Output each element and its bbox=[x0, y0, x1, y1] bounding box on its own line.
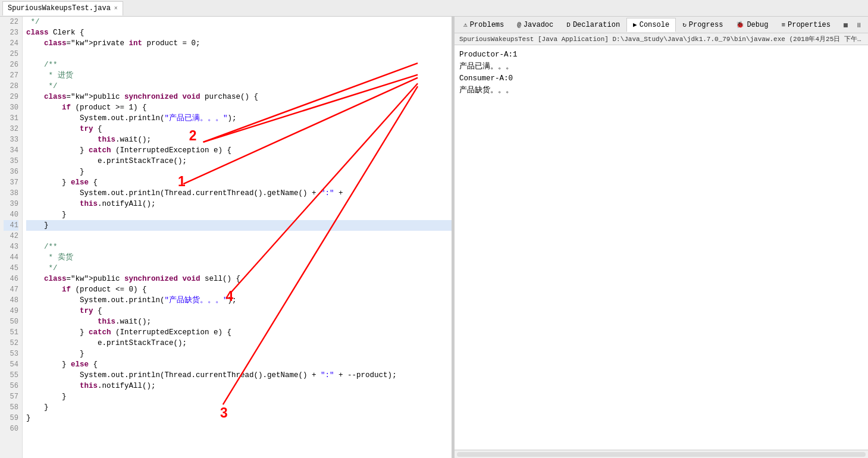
right-tab-progress[interactable]: ↻Progress bbox=[676, 18, 729, 32]
line-number: 26 bbox=[4, 59, 18, 70]
line-number: 23 bbox=[4, 27, 18, 38]
code-line[interactable]: this.wait(); bbox=[26, 134, 452, 145]
code-line[interactable]: } bbox=[26, 413, 452, 424]
code-line[interactable]: try { bbox=[26, 306, 452, 316]
code-line[interactable]: System.out.println("产品缺货。。。"); bbox=[26, 295, 452, 306]
code-line[interactable]: try { bbox=[26, 124, 452, 134]
line-number: 50 bbox=[4, 316, 18, 327]
line-number: 34 bbox=[4, 145, 18, 156]
line-number: 30 bbox=[4, 102, 18, 113]
code-line[interactable]: } else { bbox=[26, 359, 452, 370]
line-number: 40 bbox=[4, 209, 18, 220]
code-line[interactable]: if (product <= 0) { bbox=[26, 284, 452, 295]
code-line[interactable]: if (product >= 1) { bbox=[26, 102, 452, 113]
toolbar-btn-1[interactable]: ⏸ bbox=[853, 19, 864, 31]
right-hscroll[interactable] bbox=[455, 450, 868, 458]
code-line[interactable] bbox=[26, 49, 452, 59]
right-tab-problems[interactable]: ⚠Problems bbox=[457, 18, 510, 32]
line-number: 49 bbox=[4, 306, 18, 316]
code-line[interactable]: } bbox=[26, 349, 452, 359]
right-toolbar: ⏹⏸✕⚡⚡📤📥◀▶▾□■ bbox=[837, 18, 868, 32]
line-number: 43 bbox=[4, 241, 18, 252]
code-line[interactable]: this.notifyAll(); bbox=[26, 199, 452, 209]
tab-icon-javadoc: @ bbox=[517, 21, 521, 29]
right-tab-properties[interactable]: ≡Properties bbox=[775, 18, 837, 32]
code-line[interactable]: System.out.println(Thread.currentThread(… bbox=[26, 370, 452, 381]
hscroll-track[interactable] bbox=[457, 452, 866, 457]
line-number: 56 bbox=[4, 381, 18, 391]
tab-label: Progress bbox=[689, 21, 723, 29]
line-number: 59 bbox=[4, 413, 18, 424]
line-number: 24 bbox=[4, 38, 18, 49]
code-content: 2223242526272829303132333435363738394041… bbox=[0, 17, 452, 458]
line-number: 39 bbox=[4, 199, 18, 209]
console-output[interactable]: Productor-A:1产品已满。。。Consumer-A:0产品缺货。。。 bbox=[455, 45, 868, 450]
code-line[interactable]: */ bbox=[26, 263, 452, 274]
code-line[interactable]: } bbox=[26, 220, 452, 231]
code-line[interactable]: } bbox=[26, 167, 452, 177]
code-line[interactable]: class Clerk { bbox=[26, 27, 452, 38]
main-area: 2223242526272829303132333435363738394041… bbox=[0, 17, 868, 458]
tab-label: Console bbox=[640, 21, 669, 29]
line-number: 33 bbox=[4, 134, 18, 145]
code-line[interactable]: } bbox=[26, 209, 452, 220]
code-line[interactable]: } catch (InterruptedException e) { bbox=[26, 327, 452, 338]
console-line: 产品缺货。。。 bbox=[459, 84, 863, 96]
editor-tab-close[interactable]: × bbox=[114, 5, 118, 12]
right-panel: ⚠Problems@JavadocDDeclaration▶Console↻Pr… bbox=[455, 17, 868, 458]
right-tab-declaration[interactable]: DDeclaration bbox=[560, 18, 626, 32]
tab-icon-declaration: D bbox=[566, 21, 571, 29]
code-line[interactable] bbox=[26, 231, 452, 241]
line-number: 54 bbox=[4, 359, 18, 370]
tab-icon-properties: ≡ bbox=[781, 21, 785, 29]
code-line[interactable]: class="kw">public synchronized void sell… bbox=[26, 274, 452, 284]
console-line bbox=[459, 96, 863, 108]
code-line[interactable]: } else { bbox=[26, 177, 452, 188]
code-line[interactable]: * 卖货 bbox=[26, 252, 452, 263]
tab-label: Declaration bbox=[573, 21, 620, 29]
line-number: 58 bbox=[4, 402, 18, 413]
code-line[interactable]: } bbox=[26, 391, 452, 402]
toolbar-btn-0[interactable]: ⏹ bbox=[839, 19, 851, 31]
console-line: Productor-A:1 bbox=[459, 49, 863, 61]
tab-label: Debug bbox=[747, 21, 768, 29]
editor-tab-label: SpuriousWakeupsTest.java bbox=[8, 4, 111, 12]
code-line[interactable]: /** bbox=[26, 59, 452, 70]
code-line[interactable]: e.printStackTrace(); bbox=[26, 156, 452, 167]
code-line[interactable]: /** bbox=[26, 241, 452, 252]
code-line[interactable]: class="kw">private int product = 0; bbox=[26, 38, 452, 49]
editor-tab-bar: SpuriousWakeupsTest.java × bbox=[0, 0, 868, 17]
code-line[interactable]: */ bbox=[26, 81, 452, 92]
console-line: 产品已满。。。 bbox=[459, 61, 863, 73]
code-line[interactable]: System.out.println("产品已满。。。"); bbox=[26, 113, 452, 124]
line-number: 48 bbox=[4, 295, 18, 306]
right-tab-console[interactable]: ▶Console bbox=[626, 18, 676, 32]
line-number: 42 bbox=[4, 231, 18, 241]
right-tab-debug[interactable]: 🐞Debug bbox=[729, 18, 775, 32]
code-line[interactable]: class="kw">public synchronized void purc… bbox=[26, 92, 452, 102]
code-editor[interactable]: 2223242526272829303132333435363738394041… bbox=[0, 17, 452, 458]
console-header: SpuriousWakeupsTest [Java Application] D… bbox=[455, 33, 868, 45]
toolbar-btn-2[interactable]: ✕ bbox=[866, 19, 868, 31]
line-number: 47 bbox=[4, 284, 18, 295]
code-line[interactable]: System.out.println(Thread.currentThread(… bbox=[26, 188, 452, 199]
code-line[interactable] bbox=[26, 424, 452, 434]
line-number: 29 bbox=[4, 92, 18, 102]
editor-tab[interactable]: SpuriousWakeupsTest.java × bbox=[2, 1, 123, 15]
line-number: 32 bbox=[4, 124, 18, 134]
code-line[interactable]: e.printStackTrace(); bbox=[26, 338, 452, 349]
code-line[interactable]: this.notifyAll(); bbox=[26, 381, 452, 391]
code-line[interactable]: this.wait(); bbox=[26, 316, 452, 327]
line-number: 46 bbox=[4, 274, 18, 284]
code-line[interactable]: } bbox=[26, 402, 452, 413]
code-line[interactable]: } catch (InterruptedException e) { bbox=[26, 145, 452, 156]
right-tab-javadoc[interactable]: @Javadoc bbox=[510, 18, 560, 32]
line-number: 57 bbox=[4, 391, 18, 402]
line-number: 28 bbox=[4, 81, 18, 92]
tab-icon-debug: 🐞 bbox=[736, 21, 744, 29]
line-number: 44 bbox=[4, 252, 18, 263]
line-number: 45 bbox=[4, 263, 18, 274]
code-line[interactable]: * 进货 bbox=[26, 70, 452, 81]
line-number: 22 bbox=[4, 17, 18, 27]
code-line[interactable]: */ bbox=[26, 17, 452, 27]
